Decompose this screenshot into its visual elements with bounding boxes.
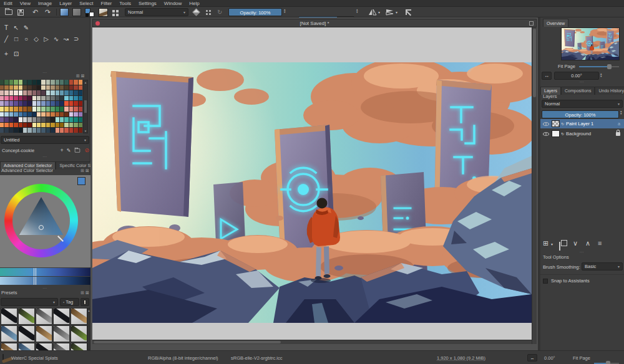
dynamic-brush-tool-icon[interactable]: ⊃ [71,34,81,44]
palette-swatch[interactable] [0,96,4,101]
undo-button[interactable]: ↶ [32,8,38,16]
value-strip[interactable] [0,277,90,285]
palette-swatch[interactable] [56,107,59,112]
palette-swatch[interactable] [19,80,22,85]
palette-swatch[interactable] [79,112,82,117]
palette-swatch[interactable] [79,107,82,112]
palette-swatch[interactable] [23,112,27,117]
palette-swatch[interactable] [27,117,31,122]
palette-swatch[interactable] [41,128,45,133]
rotation-spinbox[interactable]: 0.00° [554,72,599,80]
palette-swatch[interactable] [60,96,64,101]
palette-swatch[interactable] [64,112,68,117]
palette-swatch[interactable] [27,128,31,133]
palette-swatch[interactable] [74,80,77,85]
palette-swatch[interactable] [4,85,8,90]
fg-bg-color-selector[interactable] [85,8,94,16]
palette-swatch[interactable] [19,107,22,112]
palette-swatch[interactable] [37,112,41,117]
palette-swatch[interactable] [51,90,54,95]
palette-swatch[interactable] [41,101,45,106]
palette-swatch[interactable] [37,96,41,101]
polygon-tool-icon[interactable]: ◇ [31,34,41,44]
move-layer-down-button[interactable]: ∨ [573,239,578,247]
import-palette-button[interactable] [75,148,80,152]
opacity-spinner[interactable]: ▴▾ [284,8,286,13]
palette-swatch[interactable] [51,112,54,117]
palette-swatch[interactable] [51,117,54,122]
palette-swatch[interactable] [41,107,45,112]
palette-swatch[interactable] [23,128,27,133]
palette-swatch[interactable] [64,80,68,85]
menu-item-view[interactable]: View [16,1,34,6]
lock-icon[interactable] [616,132,620,136]
add-palette-button[interactable]: + [60,147,63,153]
palette-swatch[interactable] [64,96,68,101]
palette-swatch[interactable] [14,128,17,133]
overview-thumbnail[interactable] [561,27,620,60]
palette-swatch[interactable] [46,107,50,112]
palette-swatch[interactable] [23,96,27,101]
palette-swatch[interactable] [69,85,73,90]
blending-mode-dropdown[interactable]: Normal▾ [125,8,188,16]
tab-compositions[interactable]: Compositions [561,87,595,95]
palette-swatch[interactable] [64,101,68,106]
edit-shapes-tool-icon[interactable]: ✎ [21,23,31,32]
palette-swatch[interactable] [64,123,68,128]
palette-swatch[interactable] [46,128,50,133]
palette-swatch[interactable] [19,123,22,128]
layer-opacity-slider[interactable]: Opacity: 100% [542,110,619,118]
palette-swatch[interactable] [51,80,54,85]
palette-swatch[interactable] [74,90,77,95]
alpha-icon[interactable]: a [618,122,620,126]
save-button[interactable] [17,8,24,16]
palette-swatch[interactable] [69,112,73,117]
palette-swatch[interactable] [74,117,77,122]
palette-swatch[interactable] [79,90,82,95]
image-dimensions[interactable]: 1,920 x 1,080 (9.2 MiB) [437,355,485,361]
palette-swatch[interactable] [4,80,8,85]
palette-swatch[interactable] [46,123,50,128]
layer-opacity-spinner[interactable]: ▴▾ [620,110,622,115]
menu-item-help[interactable]: Help [185,1,203,6]
palette-swatch[interactable] [79,101,82,106]
brush-preset[interactable] [53,325,70,342]
palette-swatch[interactable] [56,117,59,122]
palette-swatch[interactable] [9,90,13,95]
transform-tool-icon[interactable]: ⊡ [11,49,21,59]
redo-button[interactable]: ↷ [45,8,51,16]
brush-preset[interactable] [71,308,87,325]
layer-properties-button[interactable]: ≡ [598,239,602,247]
palette-swatch[interactable] [23,85,27,90]
palette-swatch[interactable] [19,96,22,101]
status-zoom-mode[interactable]: Fit Page [573,355,590,361]
canvas-artwork[interactable] [92,62,532,323]
palette-swatch[interactable] [14,101,17,106]
layer-name[interactable]: Background [566,131,591,136]
palette-swatch[interactable] [51,96,54,101]
palette-swatch[interactable] [32,96,36,101]
brush-preset[interactable] [18,325,35,342]
palette-swatch[interactable] [4,107,8,112]
palette-swatch[interactable] [60,123,64,128]
palette-swatch[interactable] [79,128,82,133]
menu-item-edit[interactable]: Edit [0,1,16,6]
palette-swatch[interactable] [60,101,64,106]
palette-swatch[interactable] [46,90,50,95]
menu-item-filter[interactable]: Filter [97,1,115,6]
palette-swatch[interactable] [74,85,77,90]
subwindow-restore-button[interactable] [529,21,534,26]
freehand-path-tool-icon[interactable]: ↝ [61,34,71,44]
brush-smoothing-dropdown[interactable]: Basic▾ [582,262,623,271]
palette-swatch[interactable] [4,123,8,128]
palette-swatch[interactable] [79,96,82,101]
preserve-alpha-button[interactable] [206,8,211,16]
palette-swatch[interactable] [9,101,13,106]
rotation-reset-button[interactable]: ↔ [527,354,537,362]
docker-config-icons[interactable]: ⊞ ⊠ [80,290,89,295]
palette-swatch[interactable] [4,112,8,117]
tab-undo-history[interactable]: Undo History [595,87,624,95]
eraser-mode-button[interactable] [193,8,199,16]
palette-swatch[interactable] [41,123,45,128]
palette-swatch[interactable] [56,96,59,101]
